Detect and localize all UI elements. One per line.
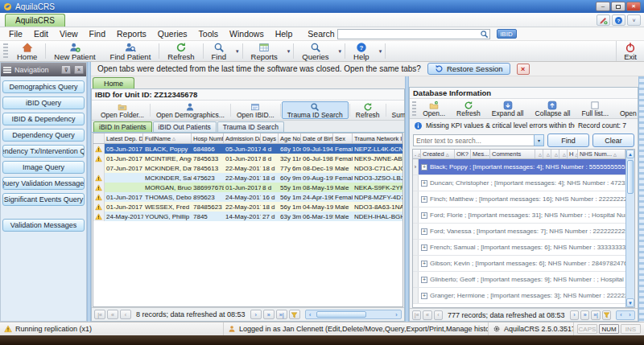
db-button-open[interactable]: Open... <box>418 99 450 118</box>
db-column-header[interactable]: △ <box>543 150 551 158</box>
db-button-refresh[interactable]: Refresh <box>452 99 485 118</box>
ibid-search-button[interactable]: iBID <box>497 29 517 39</box>
expand-icon[interactable]: + <box>421 261 427 267</box>
table-row[interactable]: MCKINDER, Sally47562322-May-201718 d60y … <box>93 173 402 183</box>
tab-ibid-in-patients[interactable]: iBID In Patients <box>93 121 152 132</box>
scroll-thumb[interactable] <box>316 311 367 318</box>
toolbar-button-help[interactable]: ?Help <box>346 41 377 61</box>
app-tab[interactable]: AquilaCRS <box>5 14 65 27</box>
db-record-row[interactable]: +Duncan; Christopher ; [Important messag… <box>413 175 625 191</box>
sidebar-item-query-validation-messages[interactable]: Query Validation Messages <box>2 177 85 190</box>
menu-icon[interactable] <box>3 67 11 73</box>
toolbar-grip[interactable] <box>412 101 416 116</box>
menu-item-queries[interactable]: Queries <box>152 28 193 39</box>
restore-button[interactable] <box>611 2 625 11</box>
scroll-left-icon[interactable]: ‹ <box>617 311 625 319</box>
db-column-header-ok[interactable]: OK? <box>455 150 471 158</box>
last-page-button[interactable]: »| <box>591 310 600 320</box>
scroll-right-icon[interactable]: › <box>625 311 634 319</box>
expand-icon[interactable]: + <box>421 277 427 283</box>
expand-icon[interactable]: + <box>421 293 427 299</box>
tab-home[interactable]: Home <box>93 77 134 88</box>
pin-icon[interactable]: ⊽ <box>61 65 71 74</box>
table-row[interactable]: 01-Jun-2017MCINTIRE, Angela784563301-Jun… <box>93 154 402 163</box>
fast-next-button[interactable]: » <box>263 310 275 319</box>
table-row[interactable]: 01-Jun-2017WESSEX, Fred7848562322-May-20… <box>93 202 402 212</box>
menu-item-windows[interactable]: Windows <box>224 28 270 39</box>
table-row[interactable]: 05-Jun-2017BLACK, Poppy68486605-Jun-2017… <box>93 144 402 154</box>
expand-icon[interactable]: + <box>421 196 427 203</box>
db-column-header-[interactable]: .△ <box>413 150 421 158</box>
menu-item-find[interactable]: Find <box>84 28 111 39</box>
panel-button-refresh[interactable]: Refresh <box>351 101 385 120</box>
column-header-admission-date[interactable]: Admission Date <box>224 133 261 143</box>
db-record-row[interactable]: +Gibson; Kevin ; [Important messages: 6]… <box>413 256 625 272</box>
column-header-days-in[interactable]: Days In <box>261 133 279 143</box>
filter-icon[interactable] <box>602 310 611 320</box>
table-row[interactable]: 24-May-2017YOUNG, Phillip784514-May-2017… <box>93 212 402 221</box>
db-column-header-created[interactable]: Created△ <box>421 150 455 158</box>
db-record-row[interactable]: +Finch; Matthew ; [Important messages: 1… <box>413 191 625 207</box>
db-record-row[interactable]: +French; Samual ; [Important messages: 6… <box>413 240 625 256</box>
next-page-button[interactable]: › <box>570 310 579 320</box>
tab-trauma-id-search[interactable]: Trauma ID Search <box>217 121 284 132</box>
ribbon-collapse-button[interactable]: ˅ <box>627 14 641 26</box>
sidebar-item-ibid-query[interactable]: iBID Query <box>2 97 85 109</box>
sidebar-item-dependency-tx-intervention-query[interactable]: Dependency Tx/Intervention Query <box>2 145 85 158</box>
column-header-sex[interactable]: Sex <box>333 133 353 143</box>
chevron-down-icon[interactable]: ▾ <box>233 41 242 61</box>
global-search-input[interactable] <box>337 29 490 39</box>
help-quick-button[interactable]: ? <box>612 14 625 26</box>
h-scrollbar[interactable]: ‹ › <box>616 310 635 320</box>
first-page-button[interactable]: |« <box>412 310 421 320</box>
column-header-fullname[interactable]: FullName△ <box>143 133 192 143</box>
v-scrollbar[interactable]: ▲ ▼ <box>625 150 634 307</box>
menu-item-help[interactable]: Help <box>270 28 299 39</box>
clear-button[interactable]: Clear <box>592 133 634 147</box>
column-header-hosp-number[interactable]: Hosp Number <box>192 133 224 143</box>
last-page-button[interactable]: »| <box>276 310 287 319</box>
prev-page-button[interactable]: ‹ <box>434 310 443 320</box>
expand-icon[interactable]: + <box>421 228 427 235</box>
db-column-header-nhs-num[interactable]: NHS Num...△ <box>578 150 625 158</box>
close-icon[interactable]: × <box>74 65 84 74</box>
column-header-latest-dep-date[interactable]: Latest Dep. Date <box>105 133 143 143</box>
sidebar-item-image-query[interactable]: Image Query <box>2 161 85 174</box>
db-button-full-list[interactable]: Full list... <box>576 99 613 118</box>
find-button[interactable]: Find <box>547 133 589 147</box>
db-column-header-mes[interactable]: Mes... <box>471 150 490 158</box>
expand-icon[interactable]: + <box>421 212 427 219</box>
scroll-thumb[interactable] <box>627 160 634 194</box>
customize-button[interactable] <box>597 14 610 26</box>
fast-prev-button[interactable]: « <box>107 310 118 319</box>
dismiss-notification-button[interactable]: × <box>517 64 530 75</box>
panel-button-open-demographics[interactable]: Open Demographics... <box>151 101 229 120</box>
scroll-right-icon[interactable]: › <box>392 310 401 318</box>
sidebar-item-significant-events-query[interactable]: Significant Events Query <box>2 193 85 206</box>
column-header-trauma-network-id[interactable]: Trauma Network ID <box>353 133 402 143</box>
toolbar-button-new-patient[interactable]: New Patient <box>47 41 102 61</box>
scroll-left-icon[interactable]: ‹ <box>306 310 315 318</box>
search-icon[interactable] <box>480 30 491 39</box>
fast-next-button[interactable]: » <box>580 310 589 320</box>
expand-icon[interactable]: + <box>421 180 427 187</box>
toolbar-button-refresh[interactable]: Refresh <box>160 41 201 61</box>
db-record-row[interactable]: ›+Black; Poppy ; [Important messages: 4]… <box>413 159 625 175</box>
menu-item-tools[interactable]: Tools <box>193 28 225 39</box>
db-record-row[interactable]: +Granger; Hermione ; [Important messages… <box>413 288 625 304</box>
scroll-up-icon[interactable]: ▲ <box>626 150 634 158</box>
chevron-down-icon[interactable]: ▾ <box>336 41 345 61</box>
panel-button-open-ibid[interactable]: Open IBID... <box>232 101 279 120</box>
menu-item-view[interactable]: View <box>54 28 84 39</box>
h-scrollbar[interactable]: ‹ › <box>305 310 402 319</box>
scroll-down-icon[interactable]: ▼ <box>626 298 634 307</box>
filter-icon[interactable] <box>289 310 300 319</box>
chevron-down-icon[interactable]: ▾ <box>285 41 293 61</box>
expand-icon[interactable]: + <box>421 244 427 251</box>
menu-item-file[interactable]: File <box>3 28 28 39</box>
db-record-row[interactable]: +Ford; Vanessa ; [Important messages: 7]… <box>413 224 625 240</box>
toolbar-grip[interactable] <box>3 43 8 59</box>
db-column-header[interactable]: △ <box>551 150 559 158</box>
prev-page-button[interactable]: ‹ <box>120 310 131 319</box>
column-header-flag[interactable] <box>93 133 105 143</box>
